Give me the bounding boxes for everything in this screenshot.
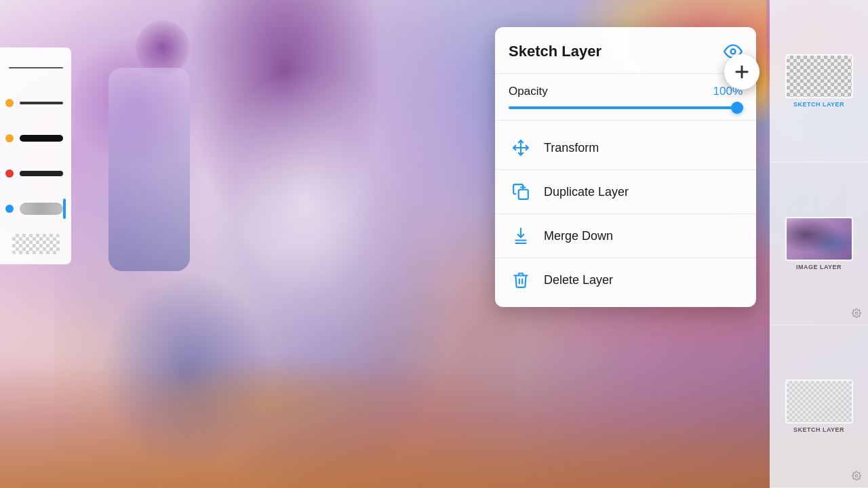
menu-item-delete[interactable]: Delete Layer: [495, 258, 756, 302]
gear-icon-sketch[interactable]: [852, 471, 863, 482]
brush-stroke-2: [20, 102, 63, 104]
brush-item-4[interactable]: [5, 161, 66, 186]
transform-icon: [511, 138, 530, 157]
layer-item-sketch-bottom[interactable]: SKETCH LAYER: [770, 325, 868, 488]
layer-panel: Sketch Layer Opacity 100%: [495, 27, 756, 307]
delete-icon: [511, 270, 530, 289]
brush-stroke-checker: [12, 234, 60, 254]
color-dot-red: [5, 169, 14, 178]
add-layer-button[interactable]: [724, 54, 760, 89]
duplicate-icon: [511, 182, 530, 201]
menu-item-merge[interactable]: Merge Down: [495, 214, 756, 258]
active-indicator: [63, 199, 66, 219]
color-dot-orange-2: [5, 134, 14, 142]
layer-item-image[interactable]: IMAGE LAYER: [770, 163, 868, 325]
panel-title: Sketch Layer: [509, 43, 601, 60]
opacity-label: Opacity: [509, 85, 548, 98]
transform-label: Transform: [544, 141, 599, 155]
menu-items: Transform Duplicate Layer: [495, 121, 756, 307]
delete-label: Delete Layer: [544, 273, 613, 287]
brush-item-1[interactable]: [5, 56, 66, 80]
thumb-checker-top: [787, 56, 852, 97]
opacity-row: Opacity 100%: [509, 85, 743, 98]
brush-item-6[interactable]: [5, 232, 66, 256]
layer-list: SKETCH LAYER IMAGE LAYER SKETCH LAYER: [770, 0, 868, 488]
brush-stroke-thin: [9, 67, 63, 68]
opacity-section: Opacity 100%: [495, 74, 756, 121]
layer-label-sketch-bottom: SKETCH LAYER: [793, 426, 844, 433]
menu-item-duplicate[interactable]: Duplicate Layer: [495, 170, 756, 214]
duplicate-label: Duplicate Layer: [544, 185, 629, 199]
brush-stroke-red: [20, 171, 63, 176]
color-dot-orange: [5, 99, 14, 107]
brush-item-3[interactable]: [5, 126, 66, 150]
layer-thumb-image: [785, 217, 853, 261]
svg-rect-3: [519, 190, 528, 199]
menu-item-transform[interactable]: Transform: [495, 126, 756, 169]
slider-thumb[interactable]: [731, 102, 743, 114]
thumb-image-content: [787, 218, 852, 260]
layer-item-sketch-top[interactable]: SKETCH LAYER: [770, 0, 868, 163]
layer-label-image: IMAGE LAYER: [796, 264, 842, 270]
brush-item-5[interactable]: [5, 197, 66, 221]
svg-point-11: [855, 312, 858, 314]
svg-point-0: [731, 49, 736, 54]
panel-header: Sketch Layer: [495, 27, 756, 74]
merge-label: Merge Down: [544, 229, 613, 243]
thumb-sketch-content: [787, 381, 852, 422]
gear-icon-image[interactable]: [852, 308, 863, 319]
brush-stroke-thick: [20, 135, 63, 142]
color-dot-blue: [5, 205, 14, 213]
layer-thumb-sketch-top: [785, 54, 853, 98]
slider-fill: [509, 106, 743, 109]
merge-icon: [511, 226, 530, 245]
brush-item-2[interactable]: [5, 91, 66, 115]
layer-label-sketch-top: SKETCH LAYER: [793, 101, 844, 108]
brush-stroke-gray: [20, 203, 63, 215]
layer-thumb-sketch-bottom: [785, 380, 853, 424]
opacity-slider[interactable]: [509, 106, 743, 109]
svg-point-12: [855, 474, 858, 477]
left-toolbar: [0, 47, 71, 264]
